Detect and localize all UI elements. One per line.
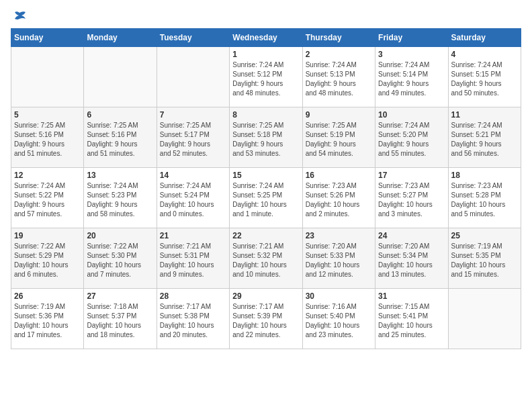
day-content: Sunrise: 7:21 AM Sunset: 5:31 PM Dayligh… [160,242,226,279]
calendar-week-row: 5Sunrise: 7:25 AM Sunset: 5:16 PM Daylig… [11,107,521,168]
day-content: Sunrise: 7:20 AM Sunset: 5:34 PM Dayligh… [378,242,445,279]
calendar-day-cell: 21Sunrise: 7:21 AM Sunset: 5:31 PM Dayli… [157,228,229,289]
calendar-day-cell: 23Sunrise: 7:20 AM Sunset: 5:33 PM Dayli… [302,228,375,289]
calendar-day-cell: 4Sunrise: 7:24 AM Sunset: 5:15 PM Daylig… [448,47,521,107]
day-number: 6 [87,110,153,120]
day-number: 2 [306,50,372,59]
calendar-day-cell: 7Sunrise: 7:25 AM Sunset: 5:17 PM Daylig… [157,107,229,168]
day-content: Sunrise: 7:19 AM Sunset: 5:35 PM Dayligh… [451,242,518,279]
calendar-day-cell: 6Sunrise: 7:25 AM Sunset: 5:16 PM Daylig… [84,107,157,168]
day-content: Sunrise: 7:24 AM Sunset: 5:12 PM Dayligh… [232,60,299,98]
day-content: Sunrise: 7:22 AM Sunset: 5:30 PM Dayligh… [87,242,153,279]
day-number: 7 [160,110,226,120]
day-content: Sunrise: 7:24 AM Sunset: 5:24 PM Dayligh… [160,181,226,219]
day-number: 30 [306,291,372,301]
day-number: 26 [14,291,81,301]
day-content: Sunrise: 7:25 AM Sunset: 5:16 PM Dayligh… [87,121,153,158]
calendar-day-cell: 12Sunrise: 7:24 AM Sunset: 5:22 PM Dayli… [11,168,84,228]
day-number: 29 [232,291,299,301]
calendar-week-row: 12Sunrise: 7:24 AM Sunset: 5:22 PM Dayli… [11,168,521,228]
day-content: Sunrise: 7:24 AM Sunset: 5:25 PM Dayligh… [232,181,299,219]
page-header [11,11,521,20]
day-number: 16 [306,171,372,180]
day-number: 19 [14,231,81,240]
day-content: Sunrise: 7:16 AM Sunset: 5:40 PM Dayligh… [306,302,372,340]
day-number: 11 [451,110,518,120]
calendar-day-cell: 25Sunrise: 7:19 AM Sunset: 5:35 PM Dayli… [448,228,521,289]
column-header-saturday: Saturday [448,29,521,47]
calendar-day-cell: 11Sunrise: 7:24 AM Sunset: 5:21 PM Dayli… [448,107,521,168]
day-content: Sunrise: 7:24 AM Sunset: 5:21 PM Dayligh… [451,121,518,158]
calendar-day-cell: 29Sunrise: 7:17 AM Sunset: 5:39 PM Dayli… [230,289,302,349]
day-number: 8 [232,110,299,120]
calendar-day-cell: 22Sunrise: 7:21 AM Sunset: 5:32 PM Dayli… [230,228,302,289]
day-number: 31 [378,291,445,301]
calendar-day-cell: 19Sunrise: 7:22 AM Sunset: 5:29 PM Dayli… [11,228,84,289]
day-content: Sunrise: 7:25 AM Sunset: 5:19 PM Dayligh… [306,121,372,158]
column-header-wednesday: Wednesday [230,29,302,47]
calendar-day-cell: 5Sunrise: 7:25 AM Sunset: 5:16 PM Daylig… [11,107,84,168]
day-content: Sunrise: 7:24 AM Sunset: 5:22 PM Dayligh… [14,181,81,219]
day-content: Sunrise: 7:24 AM Sunset: 5:13 PM Dayligh… [306,60,372,98]
column-header-monday: Monday [84,29,157,47]
column-header-thursday: Thursday [302,29,375,47]
calendar-day-cell: 20Sunrise: 7:22 AM Sunset: 5:30 PM Dayli… [84,228,157,289]
calendar-day-cell: 2Sunrise: 7:24 AM Sunset: 5:13 PM Daylig… [302,47,375,107]
day-content: Sunrise: 7:22 AM Sunset: 5:29 PM Dayligh… [14,242,81,279]
column-header-tuesday: Tuesday [157,29,229,47]
day-content: Sunrise: 7:25 AM Sunset: 5:17 PM Dayligh… [160,121,226,158]
day-number: 4 [451,50,518,59]
calendar-day-cell: 8Sunrise: 7:25 AM Sunset: 5:18 PM Daylig… [230,107,302,168]
day-number: 17 [378,171,445,180]
day-content: Sunrise: 7:24 AM Sunset: 5:14 PM Dayligh… [378,60,445,98]
empty-cell [448,289,521,349]
logo [11,11,28,20]
calendar-day-cell: 15Sunrise: 7:24 AM Sunset: 5:25 PM Dayli… [230,168,302,228]
calendar-day-cell: 14Sunrise: 7:24 AM Sunset: 5:24 PM Dayli… [157,168,229,228]
calendar-week-row: 26Sunrise: 7:19 AM Sunset: 5:36 PM Dayli… [11,289,521,349]
logo-bird-icon [12,11,27,23]
calendar-week-row: 19Sunrise: 7:22 AM Sunset: 5:29 PM Dayli… [11,228,521,289]
day-content: Sunrise: 7:17 AM Sunset: 5:39 PM Dayligh… [232,302,299,340]
calendar-day-cell: 3Sunrise: 7:24 AM Sunset: 5:14 PM Daylig… [375,47,448,107]
day-number: 1 [232,50,299,59]
day-content: Sunrise: 7:25 AM Sunset: 5:16 PM Dayligh… [14,121,81,158]
calendar-day-cell: 10Sunrise: 7:24 AM Sunset: 5:20 PM Dayli… [375,107,448,168]
day-content: Sunrise: 7:25 AM Sunset: 5:18 PM Dayligh… [232,121,299,158]
day-number: 13 [87,171,153,180]
day-number: 12 [14,171,81,180]
column-header-friday: Friday [375,29,448,47]
day-content: Sunrise: 7:23 AM Sunset: 5:27 PM Dayligh… [378,181,445,219]
calendar-day-cell: 26Sunrise: 7:19 AM Sunset: 5:36 PM Dayli… [11,289,84,349]
day-number: 25 [451,231,518,240]
day-number: 22 [232,231,299,240]
calendar-day-cell: 31Sunrise: 7:15 AM Sunset: 5:41 PM Dayli… [375,289,448,349]
day-number: 3 [378,50,445,59]
calendar-day-cell: 18Sunrise: 7:23 AM Sunset: 5:28 PM Dayli… [448,168,521,228]
day-content: Sunrise: 7:19 AM Sunset: 5:36 PM Dayligh… [14,302,81,340]
day-number: 20 [87,231,153,240]
calendar-day-cell: 30Sunrise: 7:16 AM Sunset: 5:40 PM Dayli… [302,289,375,349]
day-number: 23 [306,231,372,240]
calendar-day-cell: 17Sunrise: 7:23 AM Sunset: 5:27 PM Dayli… [375,168,448,228]
day-content: Sunrise: 7:23 AM Sunset: 5:26 PM Dayligh… [306,181,372,219]
day-number: 28 [160,291,226,301]
day-content: Sunrise: 7:23 AM Sunset: 5:28 PM Dayligh… [451,181,518,219]
calendar-table: SundayMondayTuesdayWednesdayThursdayFrid… [11,28,521,349]
day-content: Sunrise: 7:24 AM Sunset: 5:20 PM Dayligh… [378,121,445,158]
day-content: Sunrise: 7:17 AM Sunset: 5:38 PM Dayligh… [160,302,226,340]
day-content: Sunrise: 7:24 AM Sunset: 5:15 PM Dayligh… [451,60,518,98]
calendar-day-cell: 1Sunrise: 7:24 AM Sunset: 5:12 PM Daylig… [230,47,302,107]
day-content: Sunrise: 7:20 AM Sunset: 5:33 PM Dayligh… [306,242,372,279]
calendar-day-cell: 16Sunrise: 7:23 AM Sunset: 5:26 PM Dayli… [302,168,375,228]
day-number: 5 [14,110,81,120]
day-content: Sunrise: 7:24 AM Sunset: 5:23 PM Dayligh… [87,181,153,219]
day-number: 10 [378,110,445,120]
empty-cell [11,47,84,107]
calendar-week-row: 1Sunrise: 7:24 AM Sunset: 5:12 PM Daylig… [11,47,521,107]
calendar-day-cell: 24Sunrise: 7:20 AM Sunset: 5:34 PM Dayli… [375,228,448,289]
day-number: 21 [160,231,226,240]
day-number: 15 [232,171,299,180]
calendar-day-cell: 28Sunrise: 7:17 AM Sunset: 5:38 PM Dayli… [157,289,229,349]
day-content: Sunrise: 7:21 AM Sunset: 5:32 PM Dayligh… [232,242,299,279]
